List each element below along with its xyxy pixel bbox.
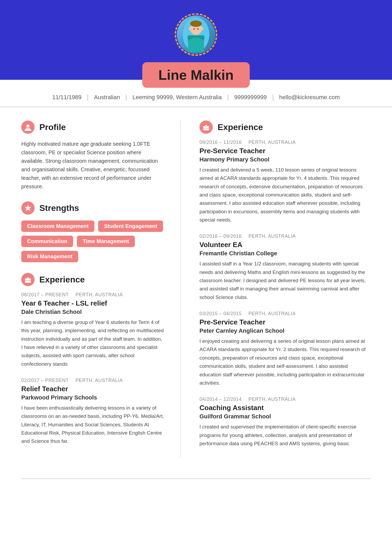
exp-job-title: Pre-Service Teacher: [199, 147, 371, 155]
svg-rect-11: [27, 277, 29, 279]
profile-icon-circle: [21, 120, 35, 134]
exp-job-title: Relief Teacher: [21, 385, 164, 393]
strength-tag: Risk Management: [21, 251, 78, 262]
strengths-tags: Classroom ManagementStudent EngagementCo…: [21, 220, 164, 262]
right-exp-icon-circle: [199, 120, 213, 134]
exp-desc: I am teaching a diverse group of Year 6 …: [21, 318, 164, 368]
svg-point-2: [190, 20, 202, 27]
exp-job-title: Volunteer EA: [199, 241, 371, 249]
right-experience-entries: 09/2016 – 11/2016 PERTH, AUSTRALIA Pre-S…: [199, 140, 371, 448]
briefcase-icon-right: [202, 123, 210, 131]
svg-point-4: [201, 27, 203, 31]
full-name: Line Malkin: [158, 67, 233, 83]
nationality: Australian: [94, 94, 120, 101]
svg-rect-14: [205, 125, 207, 126]
exp-desc: I created and delivered a 5 week, 110 le…: [199, 166, 371, 224]
right-exp-entry: 04/2014 – 12/2014 PERTH, AUSTRALIA Coach…: [199, 397, 371, 448]
exp-job-title: Coaching Assistant: [199, 404, 371, 412]
name-badge: Line Malkin: [142, 62, 249, 88]
left-experience-entries: 08/2017 – PRESENT PERTH, AUSTRALIA Year …: [21, 292, 164, 445]
exp-meta: 08/2017 – PRESENT PERTH, AUSTRALIA: [21, 292, 164, 298]
svg-marker-9: [25, 205, 31, 211]
dob: 11/11/1989: [52, 94, 81, 101]
exp-desc: I assisted staff in a Year 1/2 classroom…: [199, 260, 371, 301]
resume-header: Line Malkin: [0, 0, 392, 80]
exp-desc: I have been enthusiastically delivering …: [21, 404, 164, 445]
svg-point-8: [26, 124, 30, 128]
avatar-ring: [175, 13, 217, 56]
svg-point-7: [193, 31, 199, 34]
exp-meta: 04/2014 – 12/2014 PERTH, AUSTRALIA: [199, 397, 371, 402]
exp-company: Parkwood Primary Schools: [21, 394, 164, 401]
strength-tag: Communication: [21, 236, 73, 247]
right-exp-entry: 02/2016 – 09/2016 PERTH, AUSTRALIA Volun…: [199, 234, 371, 301]
left-exp-entry: 02/2017 – PRESENT PERTH, AUSTRALIA Relie…: [21, 378, 164, 445]
sep4: |: [272, 93, 274, 101]
profile-section-header: Profile: [21, 120, 164, 134]
strengths-section-header: Strengths: [21, 201, 164, 215]
right-exp-entry: 09/2016 – 11/2016 PERTH, AUSTRALIA Pre-S…: [199, 140, 371, 224]
left-experience-section-header: Experience: [21, 273, 164, 286]
strength-tag: Time Management: [77, 236, 135, 247]
exp-company: Harmony Primary School: [199, 156, 371, 163]
exp-meta: 02/2017 – PRESENT PERTH, AUSTRALIA: [21, 378, 164, 383]
exp-company: Dale Christian School: [21, 309, 164, 315]
exp-location: PERTH, AUSTRALIA: [247, 234, 296, 239]
avatar-illustration: [183, 17, 209, 52]
right-exp-entry: 03/2015 – 04/2015 PERTH, AUSTRALIA Pre-S…: [199, 311, 371, 387]
exp-job-title: Year 6 Teacher - LSL relief: [21, 299, 164, 307]
svg-point-6: [197, 28, 199, 30]
exp-location: PERTH, AUSTRALIA: [74, 292, 123, 297]
strength-tag: Student Engagement: [98, 220, 163, 232]
exp-meta: 03/2015 – 04/2015 PERTH, AUSTRALIA: [199, 311, 371, 316]
phone: 9999999999: [234, 94, 267, 101]
sep2: |: [125, 93, 127, 101]
sep1: |: [87, 93, 89, 101]
exp-company: Guilford Grammar School: [199, 413, 371, 420]
avatar: [177, 15, 215, 54]
exp-location: PERTH, AUSTRALIA: [247, 397, 296, 402]
left-exp-section-title: Experience: [39, 275, 85, 285]
exp-meta: 09/2016 – 11/2016 PERTH, AUSTRALIA: [199, 140, 371, 145]
left-exp-icon-circle: [21, 273, 35, 286]
exp-meta: 02/2016 – 09/2016 PERTH, AUSTRALIA: [199, 234, 371, 239]
exp-desc: I enjoyed creating and delivering a seri…: [199, 337, 371, 387]
profile-section-title: Profile: [39, 122, 66, 132]
exp-location: PERTH, AUSTRALIA: [74, 378, 123, 383]
avatar-container: [175, 13, 217, 56]
left-exp-entry: 08/2017 – PRESENT PERTH, AUSTRALIA Year …: [21, 292, 164, 368]
left-column: Profile Highly motivated mature age grad…: [21, 120, 181, 457]
exp-location: PERTH, AUSTRALIA: [247, 311, 296, 316]
exp-desc: I created and supervised the implementat…: [199, 423, 371, 448]
email: hello@kickresume.com: [279, 94, 340, 101]
svg-point-5: [193, 28, 195, 30]
strength-tag: Classroom Management: [21, 220, 94, 232]
strengths-icon-circle: [21, 201, 35, 215]
svg-point-3: [189, 27, 191, 31]
strengths-section-title: Strengths: [39, 203, 79, 213]
sep3: |: [227, 93, 229, 101]
address: Leeming 99999, Western Australia: [132, 94, 222, 101]
right-experience-section-header: Experience: [199, 120, 371, 134]
star-icon: [24, 204, 32, 212]
right-exp-section-title: Experience: [218, 122, 263, 132]
briefcase-icon: [24, 276, 32, 283]
right-column: Experience 09/2016 – 11/2016 PERTH, AUST…: [197, 120, 371, 457]
exp-job-title: Pre-Service Teacher: [199, 318, 371, 326]
exp-company: Fremantle Christian College: [199, 250, 371, 257]
person-icon: [24, 123, 32, 131]
exp-location: PERTH, AUSTRALIA: [247, 140, 296, 145]
profile-body: Highly motivated mature age graduate see…: [21, 140, 164, 191]
footer-divider: [21, 478, 371, 479]
main-content: Profile Highly motivated mature age grad…: [0, 110, 392, 468]
exp-company: Peter Carnley Anglican School: [199, 327, 371, 334]
